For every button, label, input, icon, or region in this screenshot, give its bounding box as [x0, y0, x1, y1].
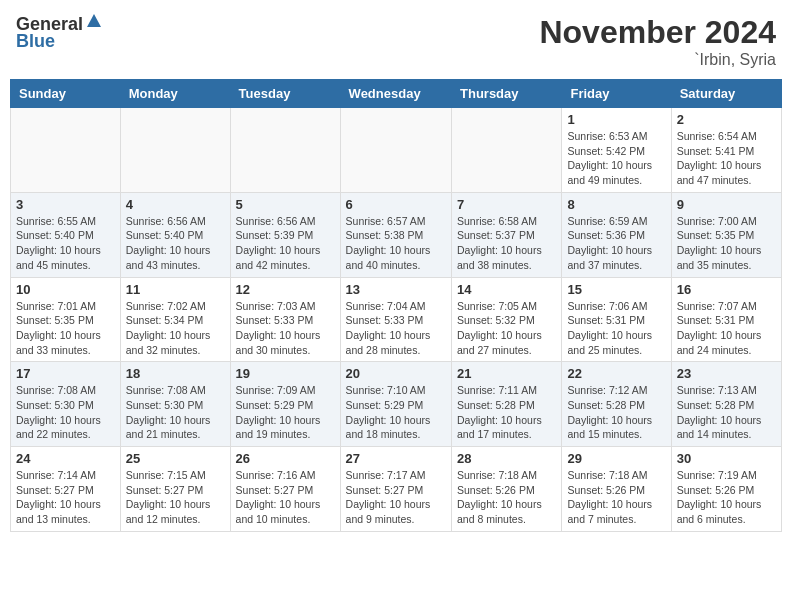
calendar-day-10: 10Sunrise: 7:01 AM Sunset: 5:35 PM Dayli… — [11, 277, 121, 362]
calendar-day-1: 1Sunrise: 6:53 AM Sunset: 5:42 PM Daylig… — [562, 108, 671, 193]
calendar-day-13: 13Sunrise: 7:04 AM Sunset: 5:33 PM Dayli… — [340, 277, 451, 362]
calendar-day-30: 30Sunrise: 7:19 AM Sunset: 5:26 PM Dayli… — [671, 447, 781, 532]
day-info: Sunrise: 7:07 AM Sunset: 5:31 PM Dayligh… — [677, 299, 776, 358]
day-info: Sunrise: 7:14 AM Sunset: 5:27 PM Dayligh… — [16, 468, 115, 527]
calendar-day-9: 9Sunrise: 7:00 AM Sunset: 5:35 PM Daylig… — [671, 192, 781, 277]
calendar-day-29: 29Sunrise: 7:18 AM Sunset: 5:26 PM Dayli… — [562, 447, 671, 532]
day-number: 30 — [677, 451, 776, 466]
day-number: 23 — [677, 366, 776, 381]
calendar-header-row: SundayMondayTuesdayWednesdayThursdayFrid… — [11, 80, 782, 108]
day-number: 8 — [567, 197, 665, 212]
day-info: Sunrise: 7:00 AM Sunset: 5:35 PM Dayligh… — [677, 214, 776, 273]
weekday-header-tuesday: Tuesday — [230, 80, 340, 108]
calendar-day-24: 24Sunrise: 7:14 AM Sunset: 5:27 PM Dayli… — [11, 447, 121, 532]
day-info: Sunrise: 7:05 AM Sunset: 5:32 PM Dayligh… — [457, 299, 556, 358]
day-info: Sunrise: 7:01 AM Sunset: 5:35 PM Dayligh… — [16, 299, 115, 358]
calendar-day-empty — [452, 108, 562, 193]
calendar-day-25: 25Sunrise: 7:15 AM Sunset: 5:27 PM Dayli… — [120, 447, 230, 532]
weekday-header-thursday: Thursday — [452, 80, 562, 108]
calendar-day-11: 11Sunrise: 7:02 AM Sunset: 5:34 PM Dayli… — [120, 277, 230, 362]
day-info: Sunrise: 7:03 AM Sunset: 5:33 PM Dayligh… — [236, 299, 335, 358]
day-number: 15 — [567, 282, 665, 297]
weekday-header-sunday: Sunday — [11, 80, 121, 108]
day-number: 9 — [677, 197, 776, 212]
logo-blue-text: Blue — [16, 31, 55, 52]
calendar-day-empty — [11, 108, 121, 193]
calendar-day-19: 19Sunrise: 7:09 AM Sunset: 5:29 PM Dayli… — [230, 362, 340, 447]
weekday-header-wednesday: Wednesday — [340, 80, 451, 108]
calendar-day-12: 12Sunrise: 7:03 AM Sunset: 5:33 PM Dayli… — [230, 277, 340, 362]
day-number: 17 — [16, 366, 115, 381]
calendar-day-17: 17Sunrise: 7:08 AM Sunset: 5:30 PM Dayli… — [11, 362, 121, 447]
calendar-day-2: 2Sunrise: 6:54 AM Sunset: 5:41 PM Daylig… — [671, 108, 781, 193]
calendar-table: SundayMondayTuesdayWednesdayThursdayFrid… — [10, 79, 782, 532]
day-number: 24 — [16, 451, 115, 466]
day-info: Sunrise: 7:06 AM Sunset: 5:31 PM Dayligh… — [567, 299, 665, 358]
day-info: Sunrise: 6:57 AM Sunset: 5:38 PM Dayligh… — [346, 214, 446, 273]
day-number: 26 — [236, 451, 335, 466]
day-number: 2 — [677, 112, 776, 127]
day-info: Sunrise: 7:19 AM Sunset: 5:26 PM Dayligh… — [677, 468, 776, 527]
day-info: Sunrise: 7:12 AM Sunset: 5:28 PM Dayligh… — [567, 383, 665, 442]
day-info: Sunrise: 7:09 AM Sunset: 5:29 PM Dayligh… — [236, 383, 335, 442]
calendar-day-6: 6Sunrise: 6:57 AM Sunset: 5:38 PM Daylig… — [340, 192, 451, 277]
day-number: 20 — [346, 366, 446, 381]
month-title: November 2024 — [539, 14, 776, 51]
day-number: 29 — [567, 451, 665, 466]
page-header: General Blue November 2024 `Irbin, Syria — [10, 10, 782, 73]
calendar-day-20: 20Sunrise: 7:10 AM Sunset: 5:29 PM Dayli… — [340, 362, 451, 447]
day-number: 28 — [457, 451, 556, 466]
day-number: 3 — [16, 197, 115, 212]
calendar-day-5: 5Sunrise: 6:56 AM Sunset: 5:39 PM Daylig… — [230, 192, 340, 277]
day-number: 5 — [236, 197, 335, 212]
day-number: 21 — [457, 366, 556, 381]
calendar-day-16: 16Sunrise: 7:07 AM Sunset: 5:31 PM Dayli… — [671, 277, 781, 362]
calendar-day-18: 18Sunrise: 7:08 AM Sunset: 5:30 PM Dayli… — [120, 362, 230, 447]
location-title: `Irbin, Syria — [539, 51, 776, 69]
day-info: Sunrise: 7:04 AM Sunset: 5:33 PM Dayligh… — [346, 299, 446, 358]
day-number: 10 — [16, 282, 115, 297]
calendar-day-28: 28Sunrise: 7:18 AM Sunset: 5:26 PM Dayli… — [452, 447, 562, 532]
day-info: Sunrise: 7:15 AM Sunset: 5:27 PM Dayligh… — [126, 468, 225, 527]
calendar-week-row: 24Sunrise: 7:14 AM Sunset: 5:27 PM Dayli… — [11, 447, 782, 532]
day-info: Sunrise: 6:56 AM Sunset: 5:39 PM Dayligh… — [236, 214, 335, 273]
calendar-day-23: 23Sunrise: 7:13 AM Sunset: 5:28 PM Dayli… — [671, 362, 781, 447]
day-number: 25 — [126, 451, 225, 466]
logo: General Blue — [16, 14, 102, 52]
weekday-header-saturday: Saturday — [671, 80, 781, 108]
calendar-day-empty — [120, 108, 230, 193]
calendar-day-empty — [230, 108, 340, 193]
calendar-day-3: 3Sunrise: 6:55 AM Sunset: 5:40 PM Daylig… — [11, 192, 121, 277]
calendar-week-row: 17Sunrise: 7:08 AM Sunset: 5:30 PM Dayli… — [11, 362, 782, 447]
day-info: Sunrise: 6:58 AM Sunset: 5:37 PM Dayligh… — [457, 214, 556, 273]
day-number: 6 — [346, 197, 446, 212]
day-info: Sunrise: 7:10 AM Sunset: 5:29 PM Dayligh… — [346, 383, 446, 442]
calendar-week-row: 10Sunrise: 7:01 AM Sunset: 5:35 PM Dayli… — [11, 277, 782, 362]
day-number: 4 — [126, 197, 225, 212]
day-number: 16 — [677, 282, 776, 297]
day-number: 1 — [567, 112, 665, 127]
calendar-day-27: 27Sunrise: 7:17 AM Sunset: 5:27 PM Dayli… — [340, 447, 451, 532]
day-number: 27 — [346, 451, 446, 466]
calendar-day-8: 8Sunrise: 6:59 AM Sunset: 5:36 PM Daylig… — [562, 192, 671, 277]
calendar-day-22: 22Sunrise: 7:12 AM Sunset: 5:28 PM Dayli… — [562, 362, 671, 447]
calendar-week-row: 1Sunrise: 6:53 AM Sunset: 5:42 PM Daylig… — [11, 108, 782, 193]
day-info: Sunrise: 7:08 AM Sunset: 5:30 PM Dayligh… — [126, 383, 225, 442]
calendar-day-14: 14Sunrise: 7:05 AM Sunset: 5:32 PM Dayli… — [452, 277, 562, 362]
day-info: Sunrise: 7:18 AM Sunset: 5:26 PM Dayligh… — [567, 468, 665, 527]
day-number: 19 — [236, 366, 335, 381]
day-info: Sunrise: 6:59 AM Sunset: 5:36 PM Dayligh… — [567, 214, 665, 273]
day-number: 22 — [567, 366, 665, 381]
day-info: Sunrise: 7:18 AM Sunset: 5:26 PM Dayligh… — [457, 468, 556, 527]
calendar-day-empty — [340, 108, 451, 193]
calendar-day-15: 15Sunrise: 7:06 AM Sunset: 5:31 PM Dayli… — [562, 277, 671, 362]
day-info: Sunrise: 7:02 AM Sunset: 5:34 PM Dayligh… — [126, 299, 225, 358]
day-number: 13 — [346, 282, 446, 297]
day-info: Sunrise: 7:11 AM Sunset: 5:28 PM Dayligh… — [457, 383, 556, 442]
calendar-day-26: 26Sunrise: 7:16 AM Sunset: 5:27 PM Dayli… — [230, 447, 340, 532]
day-number: 11 — [126, 282, 225, 297]
day-number: 14 — [457, 282, 556, 297]
weekday-header-friday: Friday — [562, 80, 671, 108]
day-number: 12 — [236, 282, 335, 297]
day-info: Sunrise: 6:55 AM Sunset: 5:40 PM Dayligh… — [16, 214, 115, 273]
